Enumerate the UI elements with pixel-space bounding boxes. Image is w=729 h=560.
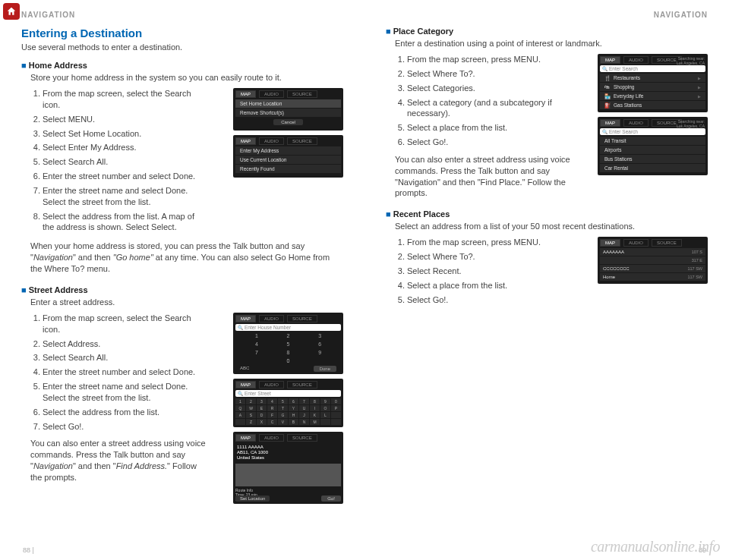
list-item: Select Search All.: [43, 156, 208, 168]
recent-row: AAAAAAA107᠎ S: [600, 248, 705, 256]
menu-row: 🍴Restaurants▶: [600, 74, 705, 82]
list-item: Select the address from the list. A map …: [43, 211, 208, 234]
recent-desc: Select an address from a list of your 50…: [386, 222, 708, 231]
header-left: NAVIGATION: [21, 11, 343, 19]
tab-audio: AUDIO: [259, 381, 284, 389]
list-item: Select Where To?.: [407, 251, 573, 263]
section-recent-places: Recent Places: [386, 209, 708, 219]
menu-row: Airports: [600, 146, 705, 154]
tab-source: SOURCE: [287, 434, 317, 442]
street-note: You can also enter a street address usin…: [21, 438, 208, 483]
everyday-icon: 🏪: [604, 93, 611, 98]
cancel-button: Cancel: [273, 119, 303, 125]
menu-row: Set Home Location: [235, 99, 341, 108]
list-item: Select Go!.: [407, 137, 573, 148]
tab-map: MAP: [600, 239, 620, 247]
tab-map: MAP: [235, 90, 256, 98]
screenshot-home-2: MAPAUDIOSOURCE Enter My Address Use Curr…: [233, 135, 343, 178]
section-home-address: Home Address: [21, 61, 343, 70]
list-item: Select the address from the list.: [43, 407, 208, 418]
menu-row: Enter My Address: [235, 146, 341, 155]
map-preview: [235, 464, 341, 486]
addr-line: 1111 AAAAA: [237, 445, 339, 450]
chevron-right-icon: ▶: [698, 94, 701, 99]
recent-row: CCCCCCCC117᠎ SW: [600, 265, 705, 272]
list-item: Select a category (and a subcategory if …: [407, 97, 573, 120]
menu-row: 🛍Shopping▶: [600, 83, 705, 91]
recent-row: Home117᠎ SW: [600, 273, 705, 281]
tab-source: SOURCE: [287, 381, 317, 389]
screenshot-home-1: MAPAUDIOSOURCE Set Home Location Remove …: [233, 88, 343, 131]
menu-row: All Transit: [600, 137, 705, 145]
recent-row: 317᠎ E: [600, 256, 705, 264]
tab-audio: AUDIO: [623, 239, 649, 247]
input-placeholder: Enter Street: [245, 391, 271, 396]
list-item: Select Address.: [43, 338, 208, 350]
list-item: Select Go!.: [407, 294, 573, 306]
place-note: You can also enter a street address usin…: [386, 154, 573, 199]
section-place-category: Place Category: [386, 27, 708, 36]
chevron-right-icon: ▶: [698, 85, 701, 90]
tab-map: MAP: [600, 56, 620, 64]
set-location-button: Set Location: [235, 496, 270, 502]
shopping-icon: 🛍: [604, 84, 611, 89]
list-item: From the map screen, press MENU.: [407, 54, 573, 65]
list-item: Select Enter My Address.: [43, 142, 208, 153]
addr-line: AB11, CA 1000: [237, 450, 339, 455]
menu-row: ⛽Gas Stations: [600, 101, 705, 109]
home-steps: From the map screen, select the Search i…: [21, 88, 208, 233]
watermark: carmanualsonline.info: [591, 538, 720, 555]
tab-audio: AUDIO: [259, 137, 284, 145]
page-intro: Use several methods to enter a destinati…: [21, 42, 343, 52]
home-desc: Store your home address in the system so…: [21, 73, 343, 82]
tab-source: SOURCE: [287, 137, 317, 145]
tab-audio: AUDIO: [259, 315, 284, 322]
home-note: When your home address is stored, you ca…: [21, 241, 343, 275]
list-item: Enter the street number and select Done.: [43, 367, 208, 378]
list-item: Select Set Home Location.: [43, 128, 208, 140]
tab-map: MAP: [235, 381, 256, 389]
street-desc: Enter a street address.: [21, 297, 343, 307]
menu-row: 🏪Everyday Life▶: [600, 92, 705, 100]
list-item: Select Recent.: [407, 266, 573, 277]
list-item: Enter the street name and select Done. S…: [43, 185, 208, 208]
page-title: Entering a Destination: [21, 27, 343, 39]
chevron-right-icon: ▶: [698, 76, 701, 80]
screenshot-place-2: MAPAUDIOSOURCE Searching near:Los Angele…: [598, 117, 708, 175]
list-item: Select a place from the list.: [407, 122, 573, 134]
addr-line: United States: [237, 455, 339, 461]
list-item: Select MENU.: [43, 114, 208, 125]
tab-audio: AUDIO: [259, 434, 284, 442]
list-item: From the map screen, select the Search i…: [43, 88, 208, 111]
tab-map: MAP: [235, 315, 256, 322]
tab-map: MAP: [235, 434, 256, 442]
page-number-left: 88 |: [23, 546, 34, 554]
screenshot-street-2: MAPAUDIOSOURCE Enter Street 1234567890QW…: [233, 379, 343, 427]
screenshot-place-1: MAPAUDIOSOURCE Searching near:Los Angele…: [598, 54, 708, 112]
list-item: From the map screen, select the Search i…: [43, 313, 208, 335]
done-button: Done: [314, 366, 336, 372]
tab-source: SOURCE: [287, 90, 317, 98]
tab-audio: AUDIO: [623, 119, 649, 127]
place-desc: Enter a destination using a point of int…: [386, 39, 708, 48]
screenshot-street-1: MAPAUDIOSOURCE Enter House Number 123456…: [233, 313, 343, 374]
list-item: Select a place from the list.: [407, 280, 573, 291]
header-right: NAVIGATION: [386, 11, 708, 19]
recent-steps: From the map screen, press MENU. Select …: [386, 237, 573, 305]
menu-row: Recently Found: [235, 165, 341, 173]
gas-icon: ⛽: [604, 102, 611, 107]
list-item: From the map screen, press MENU.: [407, 237, 573, 248]
search-input: Enter Search: [609, 66, 638, 71]
menu-row: Use Current Location: [235, 156, 341, 164]
section-street-address: Street Address: [21, 285, 343, 294]
tab-source: SOURCE: [652, 239, 682, 247]
abc-toggle: ABC: [240, 366, 249, 372]
tab-audio: AUDIO: [623, 56, 649, 64]
list-item: Enter the street name and select Done. S…: [43, 381, 208, 404]
screenshot-street-3: MAPAUDIOSOURCE 1111 AAAAAAB11, CA 1000Un…: [233, 432, 343, 505]
list-item: Select Where To?.: [407, 68, 573, 80]
search-input: Enter Search: [609, 129, 638, 134]
restaurant-icon: 🍴: [604, 75, 611, 80]
tab-map: MAP: [235, 137, 256, 145]
menu-row: Car Rental: [600, 164, 705, 172]
